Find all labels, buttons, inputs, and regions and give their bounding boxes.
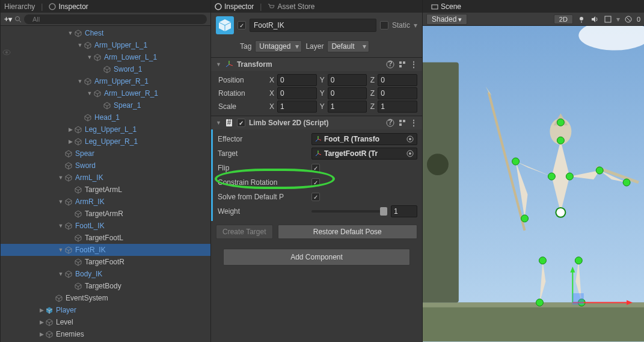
inspector-tab-b[interactable]: Inspector <box>215 2 254 11</box>
svg-rect-94 <box>423 302 644 341</box>
flip-checkbox[interactable] <box>311 164 320 172</box>
scale-y[interactable] <box>328 101 367 113</box>
rot-z[interactable] <box>378 87 417 99</box>
search-icon <box>14 16 22 23</box>
hierarchy-item-targetarmr[interactable]: TargetArmR <box>1 208 210 220</box>
gizmos-icon[interactable] <box>624 14 633 24</box>
object-picker-icon[interactable] <box>406 149 414 158</box>
scale-z[interactable] <box>378 101 417 113</box>
hierarchy-item-arm-upper-r-1[interactable]: ▼Arm_Upper_R_1 <box>1 75 210 87</box>
kebab-icon[interactable]: ⋮ <box>410 60 417 69</box>
prefab-icon <box>45 306 54 314</box>
hierarchy-item-enemies[interactable]: ▶Enemies <box>1 328 210 340</box>
scene-tab[interactable]: Scene <box>431 2 461 11</box>
expand-arrow[interactable]: ▶ <box>67 138 74 145</box>
hierarchy-item-targetfootl[interactable]: TargetFootL <box>1 232 210 244</box>
tag-dropdown[interactable]: Untagged <box>255 40 302 52</box>
expand-arrow[interactable]: ▼ <box>76 42 84 48</box>
hierarchy-item-level[interactable]: ▶Level <box>1 316 210 328</box>
rot-x[interactable] <box>277 87 317 99</box>
scene-viewport[interactable] <box>423 26 644 342</box>
gameobject-icon[interactable] <box>216 16 234 34</box>
expand-arrow[interactable]: ▶ <box>38 331 45 337</box>
foldout-arrow[interactable]: ▼ <box>216 61 221 67</box>
hierarchy-item-eventsystem[interactable]: EventSystem <box>1 292 210 304</box>
pos-y[interactable] <box>328 74 367 86</box>
hierarchy-item-arm-lower-l-1[interactable]: ▼Arm_Lower_L_1 <box>1 51 210 63</box>
object-name-input[interactable] <box>250 19 376 32</box>
expand-arrow[interactable]: ▶ <box>38 319 45 325</box>
hierarchy-item-arm-lower-r-1[interactable]: ▼Arm_Lower_R_1 <box>1 87 210 99</box>
expand-arrow[interactable]: ▼ <box>76 78 84 84</box>
hierarchy-item-arm-upper-l-1[interactable]: ▼Arm_Upper_L_1 <box>1 39 210 51</box>
hierarchy-item-sword-1[interactable]: Sword_1 <box>1 63 210 75</box>
preset-icon[interactable] <box>398 60 406 69</box>
pos-z[interactable] <box>378 74 417 86</box>
limb-enabled-checkbox[interactable] <box>237 119 245 127</box>
expand-arrow[interactable]: ▼ <box>86 90 93 96</box>
expand-arrow[interactable]: ▼ <box>57 247 64 253</box>
hierarchy-item-targetfootr[interactable]: TargetFootR <box>1 256 210 268</box>
rot-y[interactable] <box>328 87 367 99</box>
hierarchy-item-footr-ik[interactable]: ▼FootR_IK <box>1 244 210 256</box>
hierarchy-item-head-1[interactable]: Head_1 <box>1 111 210 123</box>
expand-arrow[interactable]: ▼ <box>57 271 64 277</box>
add-component-button[interactable]: Add Component <box>223 249 410 266</box>
solve-checkbox[interactable] <box>311 193 320 201</box>
light-icon[interactable] <box>577 14 586 24</box>
static-dropdown-arrow[interactable]: ▾ <box>414 21 417 30</box>
scale-x[interactable] <box>277 101 317 113</box>
object-picker-icon[interactable] <box>406 135 414 143</box>
foldout-arrow[interactable]: ▼ <box>216 120 221 126</box>
constrain-checkbox[interactable] <box>311 178 320 187</box>
hierarchy-item-spear[interactable]: Spear <box>1 148 210 160</box>
expand-arrow[interactable]: ▼ <box>67 30 74 36</box>
hierarchy-item-targetarml[interactable]: TargetArmL <box>1 184 210 196</box>
pos-x[interactable] <box>277 74 317 86</box>
hierarchy-item-footl-ik[interactable]: ▼FootL_IK <box>1 220 210 232</box>
help-icon[interactable]: ? <box>386 119 394 127</box>
hierarchy-item-body-ik[interactable]: ▼Body_IK <box>1 268 210 280</box>
hierarchy-item-sword[interactable]: Sword <box>1 160 210 172</box>
2d-toggle[interactable]: 2D <box>554 14 573 24</box>
inspector-tab-a[interactable]: Inspector <box>49 2 88 11</box>
expand-arrow[interactable]: ▶ <box>67 126 74 132</box>
limb-header[interactable]: ▼ # Limb Solver 2D (Script) ? ⋮ <box>211 116 422 129</box>
audio-icon[interactable] <box>590 14 600 24</box>
create-button[interactable]: +▾ <box>4 15 12 23</box>
assetstore-tab[interactable]: Asset Store <box>268 2 314 11</box>
hierarchy-tab[interactable]: Hierarchy <box>4 2 35 11</box>
layer-dropdown[interactable]: Default <box>327 40 369 52</box>
static-checkbox[interactable] <box>380 21 388 30</box>
target-field[interactable]: TargetFootR (Tr <box>311 148 417 160</box>
expand-arrow[interactable]: ▼ <box>86 54 93 60</box>
hierarchy-tree[interactable]: ▼Chest▼Arm_Upper_L_1▼Arm_Lower_L_1Sword_… <box>1 26 210 342</box>
weight-value[interactable] <box>391 205 417 217</box>
shading-dropdown[interactable]: Shaded ▾ <box>426 14 467 25</box>
eye-icon[interactable] <box>2 49 11 55</box>
help-icon[interactable]: ? <box>386 60 394 69</box>
hierarchy-item-targetbody[interactable]: TargetBody <box>1 280 210 292</box>
hierarchy-tabs: Hierarchy | Inspector <box>1 0 210 13</box>
hierarchy-item-arml-ik[interactable]: ▼ArmL_IK <box>1 172 210 184</box>
hierarchy-item-armr-ik[interactable]: ▼ArmR_IK <box>1 196 210 208</box>
hierarchy-search[interactable] <box>24 14 207 24</box>
hierarchy-item-leg-upper-l-1[interactable]: ▶Leg_Upper_L_1 <box>1 123 210 135</box>
restore-pose-button[interactable]: Restore Default Pose <box>278 225 418 239</box>
fx-icon[interactable] <box>603 14 613 24</box>
preset-icon[interactable] <box>398 119 406 127</box>
create-target-button[interactable]: Create Target <box>216 225 273 239</box>
transform-header[interactable]: ▼ Transform ? ⋮ <box>211 58 422 71</box>
hierarchy-item-player[interactable]: ▶Player <box>1 304 210 316</box>
enabled-checkbox[interactable] <box>238 21 246 30</box>
effector-field[interactable]: Foot_R (Transfo <box>311 133 417 145</box>
hierarchy-item-spear-1[interactable]: Spear_1 <box>1 99 210 111</box>
expand-arrow[interactable]: ▼ <box>57 175 64 181</box>
weight-slider[interactable] <box>311 210 387 213</box>
expand-arrow[interactable]: ▼ <box>57 199 64 205</box>
hierarchy-item-chest[interactable]: ▼Chest <box>1 27 210 39</box>
hierarchy-item-leg-upper-r-1[interactable]: ▶Leg_Upper_R_1 <box>1 135 210 148</box>
expand-arrow[interactable]: ▶ <box>38 307 45 313</box>
expand-arrow[interactable]: ▼ <box>57 223 64 229</box>
kebab-icon[interactable]: ⋮ <box>410 119 417 127</box>
